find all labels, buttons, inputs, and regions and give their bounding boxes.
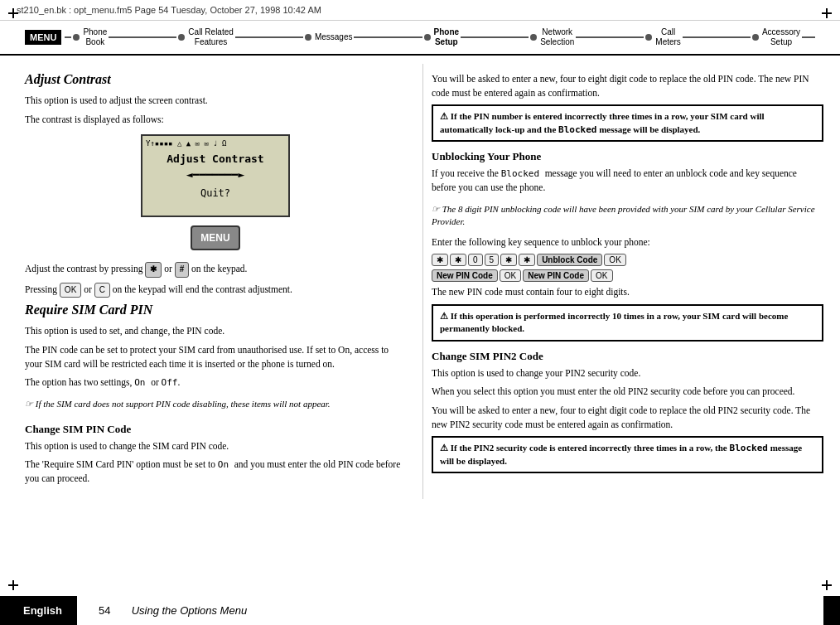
note2-text: The 8 digit PIN unblocking code will hav…	[432, 204, 815, 226]
nav-item-phonesetup-label: PhoneSetup	[434, 27, 460, 47]
nav-item-network[interactable]: NetworkSelection	[538, 27, 576, 47]
warning1-box: ⚠ If the PIN number is entered incorrect…	[432, 104, 823, 142]
blocked-code2: Blocked	[501, 168, 545, 179]
footer-right: 54 Using the Options Menu	[77, 596, 823, 625]
phone-screen: Y↑▪▪▪▪ △ ▲ ✉ ✉ ♩ Ω Adjust Contrast ◄━━━━…	[141, 134, 290, 217]
nav-line-7	[683, 36, 751, 38]
section2-p1: This option is used to set, and change, …	[25, 324, 406, 338]
corner-br	[820, 579, 833, 592]
menu-box: MENU	[25, 30, 61, 45]
warning3-text: ⚠ If the PIN2 security code is entered i…	[440, 443, 802, 465]
key-star4: ✱	[519, 254, 535, 266]
nav-item-phonesetup[interactable]: PhoneSetup	[432, 27, 461, 47]
warning3-icon: ⚠	[440, 443, 448, 453]
warning2-icon: ⚠	[440, 311, 448, 321]
nav-dot-4	[424, 34, 431, 41]
nav-dot-6	[645, 34, 652, 41]
change-pin-on-code: On	[218, 459, 234, 470]
nav-dot-1	[73, 34, 80, 41]
footer-page-number: 54	[94, 603, 115, 618]
menu-label: MENU	[30, 32, 56, 42]
off-code: Off	[162, 377, 178, 388]
section1-p1: This option is used to adjust the screen…	[25, 94, 406, 108]
nav-line-3	[235, 36, 303, 38]
note-icon: ☞	[25, 399, 33, 409]
change-pin-p2-text: The 'Require SIM Card PIN' option must b…	[25, 459, 215, 469]
note2-icon: ☞	[432, 204, 440, 214]
key-hash-btn: #	[175, 262, 190, 278]
nav-line-6	[576, 36, 644, 38]
new-pin-code-btn2: New PIN Code	[523, 269, 589, 282]
change-pin-p2: The 'Require SIM Card PIN' option must b…	[25, 458, 406, 486]
content-wrapper: Adjust Contrast This option is used to a…	[0, 56, 840, 507]
nav-line-2	[109, 36, 176, 38]
warning2-box: ⚠ If this operation is performed incorre…	[432, 304, 823, 342]
screen-top-bar: Y↑▪▪▪▪ △ ▲ ✉ ✉ ♩ Ω	[146, 139, 285, 148]
new-pin-code-btn: New PIN Code	[432, 269, 498, 282]
pressing-p: Pressing OK or C on the keypad will end …	[25, 283, 406, 298]
or-2: or	[151, 377, 159, 387]
unblock-title: Unblocking Your Phone	[432, 150, 823, 163]
or-label: or	[84, 284, 94, 294]
nav-menu: MENU PhoneBook Call RelatedFeatures Mess…	[0, 21, 840, 56]
section2-p2: The PIN code can be set to protect your …	[25, 343, 406, 371]
nav-item-callmeters[interactable]: CallMeters	[654, 27, 683, 47]
nav-dot-7	[752, 34, 759, 41]
footer-page-text	[115, 603, 126, 618]
adjust-p-text: Adjust the contrast by pressing	[25, 264, 142, 274]
change-pin-p1: This option is used to change the SIM ca…	[25, 439, 406, 453]
unblock-p2: Enter the following key sequence to unbl…	[432, 235, 823, 250]
corner-tl	[7, 7, 20, 20]
key-star2: ✱	[450, 254, 466, 266]
warning2-text: ⚠ If this operation is performed incorre…	[440, 311, 788, 333]
screen-title: Adjust Contrast	[167, 153, 263, 165]
change-sim-pin2-p1: This option is used to change your PIN2 …	[432, 366, 823, 380]
screen-slider: ◄━━━━━━━►	[186, 168, 244, 181]
warning1-end: message will be displayed.	[596, 124, 700, 134]
left-column: Adjust Contrast This option is used to a…	[0, 64, 422, 499]
pressing-label: Pressing	[25, 284, 57, 294]
key-c-btn: C	[94, 283, 110, 298]
adjust-p: Adjust the contrast by pressing ✱ or # o…	[25, 262, 406, 278]
change-sim-pin2-title: Change SIM PIN2 Code	[432, 350, 823, 363]
nav-item-callmeters-label: CallMeters	[655, 27, 681, 47]
right-p1: You will be asked to enter a new, four t…	[432, 72, 823, 99]
key-ok-btn: OK	[60, 283, 81, 298]
key-star-btn: ✱	[145, 262, 162, 278]
key-0: 0	[468, 254, 483, 266]
blocked-code1: Blocked	[558, 124, 596, 135]
menu-button[interactable]: MENU	[191, 225, 240, 250]
top-bar-text: st210_en.bk : opt_menu.fm5 Page 54 Tuesd…	[17, 5, 321, 15]
warning2-main: If this operation is performed incorrect…	[440, 311, 788, 333]
note1-box: ☞ If the SIM card does not support PIN c…	[25, 395, 406, 414]
nav-item-accessory[interactable]: AccessorySetup	[760, 27, 802, 47]
nav-item-network-label: NetworkSelection	[540, 27, 574, 47]
section2-title: Require SIM Card PIN	[25, 303, 406, 317]
nav-line-5	[461, 36, 529, 38]
section1-title: Adjust Contrast	[25, 72, 406, 87]
nav-line-8	[802, 36, 815, 38]
section1-p2: The contrast is displayed as follows:	[25, 113, 406, 127]
corner-tr	[820, 7, 833, 20]
nav-item-callrelated-label: Call RelatedFeatures	[188, 27, 233, 47]
nav-item-messages[interactable]: Messages	[313, 32, 355, 42]
menu-button-label: MENU	[200, 232, 229, 244]
change-pin-title: Change SIM PIN Code	[25, 423, 406, 436]
blocked-code3: Blocked	[730, 443, 768, 453]
nav-line-4	[354, 36, 422, 38]
key-star3: ✱	[500, 254, 517, 266]
key-seq-1: ✱ ✱ 0 5 ✱ ✱ Unblock Code OK	[432, 254, 823, 266]
pressing-p2: on the keypad will end the contrast adju…	[113, 284, 292, 294]
warning3-box: ⚠ If the PIN2 security code is entered i…	[432, 436, 823, 473]
nav-item-callrelated[interactable]: Call RelatedFeatures	[186, 27, 234, 47]
key-star1: ✱	[432, 254, 448, 266]
ok-btn3: OK	[591, 269, 612, 282]
nav-dot-2	[178, 34, 185, 41]
footer-language: English	[17, 601, 69, 620]
note2-box: ☞ The 8 digit PIN unblocking code will h…	[432, 200, 823, 232]
screen-container: Y↑▪▪▪▪ △ ▲ ✉ ✉ ♩ Ω Adjust Contrast ◄━━━━…	[25, 134, 406, 254]
change-sim-pin2-p2: When you select this option you must ent…	[432, 385, 823, 399]
warning1-icon: ⚠	[440, 111, 448, 121]
right-column: You will be asked to enter a new, four t…	[422, 64, 840, 499]
nav-item-phonebook[interactable]: PhoneBook	[81, 27, 109, 47]
